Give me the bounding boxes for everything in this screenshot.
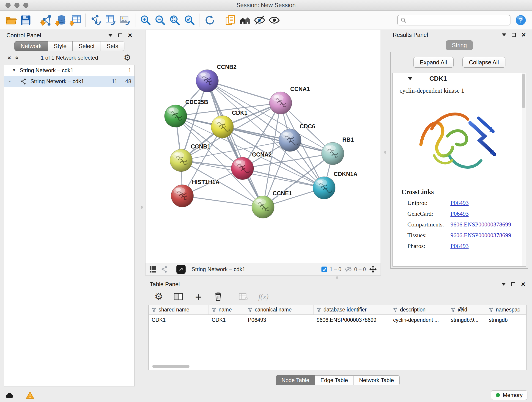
import-network-button[interactable] (39, 13, 53, 27)
table-horizontal-scrollbar[interactable] (152, 365, 190, 368)
network-options-gear-icon[interactable]: ⚙ (124, 54, 131, 62)
export-table-button[interactable] (103, 13, 118, 27)
status-bar: Memory (0, 388, 532, 402)
selected-checkbox-icon[interactable] (321, 266, 327, 273)
expand-all-icon[interactable]: » (13, 56, 20, 59)
network-node-CDK1[interactable]: CDK1 (211, 109, 247, 138)
zoom-selected-button[interactable] (182, 13, 197, 27)
tab-network-table[interactable]: Network Table (354, 375, 400, 385)
table-cell[interactable]: CDK1 (149, 315, 209, 325)
column-header[interactable]: shared name (149, 305, 209, 314)
column-header[interactable]: canonical name (245, 305, 314, 314)
table-cell[interactable]: stringdb (486, 315, 526, 325)
panel-float-icon[interactable] (118, 33, 122, 37)
delete-column-trash-icon[interactable] (214, 292, 222, 301)
tab-select[interactable]: Select (73, 41, 101, 51)
crosslink-link[interactable]: 9606.ENSP00000378699 (450, 232, 511, 239)
table-cell[interactable]: CDK1 (209, 315, 245, 325)
tab-sets[interactable]: Sets (101, 41, 124, 51)
search-input[interactable] (409, 17, 507, 23)
table-settings-gear-icon[interactable]: ⚙ (154, 292, 163, 301)
warning-icon[interactable] (26, 391, 34, 399)
vertical-splitter-handle[interactable] (384, 151, 386, 153)
import-database-button[interactable] (53, 13, 68, 27)
tab-network[interactable]: Network (14, 41, 48, 51)
string-tab[interactable]: String (446, 40, 473, 50)
tab-edge-table[interactable]: Edge Table (315, 375, 354, 385)
network-node-RB1[interactable]: RB1 (322, 136, 354, 165)
help-button[interactable]: ? (515, 14, 526, 26)
show-columns-icon[interactable] (174, 293, 183, 300)
zoom-window-button[interactable] (23, 3, 28, 8)
protein-card-header[interactable]: CDK1 (393, 73, 526, 84)
column-header[interactable]: namespac (486, 305, 526, 314)
results-scrollbar-track[interactable] (522, 73, 526, 266)
hide-selected-button[interactable] (252, 13, 267, 27)
show-all-button[interactable] (267, 13, 282, 27)
cloud-status-icon[interactable] (5, 391, 14, 399)
column-header[interactable]: name (209, 305, 245, 314)
search-box[interactable] (397, 15, 510, 26)
table-cell[interactable]: cyclin-dependent ... (390, 315, 448, 325)
tab-node-table[interactable]: Node Table (276, 375, 315, 385)
import-table-button[interactable] (68, 13, 83, 27)
grid-view-icon[interactable] (149, 266, 157, 273)
zoom-in-button[interactable] (138, 13, 153, 27)
results-scrollbar-thumb[interactable] (522, 74, 525, 108)
home-view-button[interactable] (238, 13, 252, 27)
column-header[interactable]: description (390, 305, 448, 314)
network-graph[interactable]: CCNB2CCNA1CDC25BCDK1CDC6RB1CCNB1CCNA2CDK… (146, 30, 380, 263)
column-header[interactable]: @id (448, 305, 486, 314)
close-window-button[interactable] (6, 3, 11, 8)
tab-style[interactable]: Style (48, 41, 73, 51)
panel-close-icon[interactable]: ✕ (521, 281, 526, 287)
tree-expander-icon[interactable]: ▼ (12, 68, 16, 73)
expand-all-button[interactable]: Expand All (413, 57, 454, 68)
network-node-CCNA1[interactable]: CCNA1 (269, 86, 310, 114)
panel-menu-icon[interactable] (501, 283, 506, 286)
export-network-button[interactable] (89, 13, 103, 27)
network-node-CDC6[interactable]: CDC6 (279, 123, 315, 152)
crosslink-link[interactable]: P06493 (450, 200, 469, 206)
copy-document-button[interactable] (223, 13, 238, 27)
panel-close-icon[interactable]: ✕ (128, 32, 133, 38)
network-node-CDKN1A[interactable]: CDKN1A (313, 171, 358, 199)
panel-close-icon[interactable]: ✕ (521, 32, 526, 38)
network-collection-row[interactable]: ▼ String Network – cdk1 1 (4, 65, 134, 76)
network-node-HIST1H1A[interactable]: HIST1H1A (171, 179, 220, 207)
collapse-all-button[interactable]: Collapse All (462, 57, 506, 68)
pan-move-icon[interactable] (369, 265, 377, 273)
apply-layout-button[interactable] (203, 13, 217, 27)
horizontal-splitter-handle[interactable] (336, 276, 338, 279)
table-cell[interactable]: 9606.ENSP00000378699 (314, 315, 390, 325)
column-header[interactable]: database identifier (314, 305, 390, 314)
crosslink-link[interactable]: P06493 (450, 243, 469, 249)
crosslink-link[interactable]: 9606.ENSP00000378699 (450, 221, 511, 228)
minimize-window-button[interactable] (14, 3, 19, 8)
export-image-button[interactable] (118, 13, 133, 27)
hidden-eye-slash-icon[interactable] (345, 266, 352, 272)
panel-float-icon[interactable] (512, 33, 516, 37)
network-canvas[interactable]: CCNB2CCNA1CDC25BCDK1CDC6RB1CCNB1CCNA2CDK… (145, 30, 381, 263)
table-cell[interactable]: P06493 (245, 315, 314, 325)
collapse-all-icon[interactable]: » (6, 56, 13, 59)
zoom-fit-button[interactable] (167, 13, 182, 27)
table-row[interactable]: CDK1 CDK1 P06493 9606.ENSP00000378699 cy… (149, 315, 526, 325)
save-session-button[interactable] (18, 13, 33, 27)
network-name-label: String Network – cdk1 (31, 78, 84, 85)
panel-menu-icon[interactable] (502, 33, 506, 36)
collapse-section-icon[interactable] (408, 77, 412, 80)
annotation-mode-button[interactable] (177, 265, 186, 274)
network-row-selected[interactable]: ● String Network – cdk1 11 48 (4, 76, 134, 87)
vertical-splitter-handle[interactable] (141, 206, 143, 209)
memory-button[interactable]: Memory (491, 390, 527, 400)
network-view-share-icon[interactable] (161, 266, 168, 273)
add-column-icon[interactable]: ＋ (193, 292, 203, 302)
panel-float-icon[interactable] (511, 282, 515, 286)
zoom-out-button[interactable] (153, 13, 167, 27)
crosslink-link[interactable]: P06493 (450, 211, 469, 217)
panel-menu-icon[interactable] (108, 34, 113, 37)
open-session-button[interactable] (4, 13, 18, 27)
table-cell[interactable]: stringdb:9... (448, 315, 486, 325)
network-node-CCNE1[interactable]: CCNE1 (252, 190, 292, 218)
